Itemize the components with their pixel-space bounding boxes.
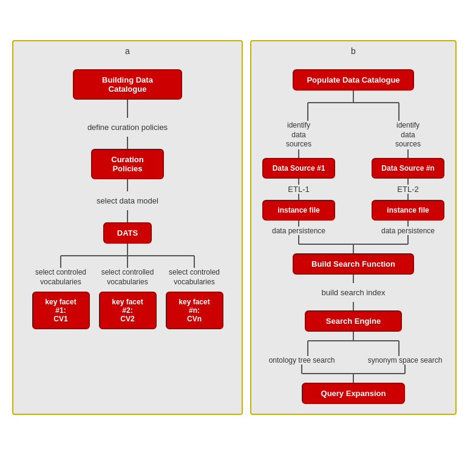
line-right-source bbox=[372, 149, 444, 158]
select-data-model-label: select data model bbox=[97, 196, 158, 205]
instance-file-1-box: instance file bbox=[262, 200, 335, 221]
ontology-label: ontology tree search bbox=[262, 356, 341, 364]
search-labels-row: ontology tree search synonym space searc… bbox=[262, 356, 444, 364]
line-1 bbox=[127, 100, 128, 118]
merge-query-svg bbox=[262, 364, 444, 383]
panel-a: a Building Data Catalogue define curatio… bbox=[12, 40, 243, 415]
key-facet-n-box: key facet #n:CVn bbox=[166, 292, 223, 329]
etl-labels-row: ETL-1 ETL-2 bbox=[262, 185, 444, 194]
etl-lines bbox=[262, 179, 444, 185]
define-curation-label: define curation policies bbox=[87, 123, 168, 132]
branch-1: select controledvocabularies key facet #… bbox=[27, 268, 94, 329]
branch-3: select controledvocabularies key facet #… bbox=[161, 268, 228, 329]
panel-a-label: a bbox=[125, 46, 130, 56]
data-source-n-box: Data Source #n bbox=[372, 158, 444, 179]
data-source-1-box: Data Source #1 bbox=[262, 158, 335, 179]
line-to-engine bbox=[353, 302, 354, 310]
branches-container: select controledvocabularies key facet #… bbox=[27, 268, 228, 329]
build-search-index-label: build search index bbox=[322, 288, 386, 297]
line-build-search bbox=[353, 275, 354, 283]
populate-data-catalogue-box: Populate Data Catalogue bbox=[293, 69, 414, 91]
data-source-row: Data Source #1 Data Source #n bbox=[262, 158, 444, 179]
line-right-etl bbox=[372, 179, 444, 185]
building-data-catalogue-box: Building Data Catalogue bbox=[73, 69, 182, 100]
identify-labels-row: identifydatasources identifydatasources bbox=[262, 121, 444, 149]
line-2 bbox=[127, 137, 128, 149]
key-facet-2-box: key facet #2:CV2 bbox=[99, 292, 157, 329]
branch-2-label: select controlledvocabularies bbox=[101, 268, 154, 287]
dp-1-label: data persistence bbox=[262, 227, 335, 235]
key-facet-1-box: key facet #1:CV1 bbox=[32, 292, 90, 329]
etl-to-instance-lines bbox=[262, 194, 444, 200]
dp-labels-row: data persistence data persistence bbox=[262, 227, 444, 235]
main-container: a Building Data Catalogue define curatio… bbox=[0, 28, 476, 427]
query-expansion-box: Query Expansion bbox=[302, 383, 405, 404]
panel-a-content: Building Data Catalogue define curation … bbox=[23, 51, 232, 329]
branch-3-label: select controledvocabularies bbox=[169, 268, 220, 287]
build-search-function-box: Build Search Function bbox=[293, 253, 414, 275]
line-4 bbox=[127, 210, 128, 222]
line-right-dp bbox=[372, 221, 444, 227]
line-left-source bbox=[262, 149, 335, 158]
etl-1-label: ETL-1 bbox=[262, 185, 335, 194]
top-branch-svg bbox=[262, 91, 444, 121]
dp-lines bbox=[262, 221, 444, 227]
merge-svg bbox=[262, 235, 444, 253]
line-left-etl bbox=[262, 179, 335, 185]
synonym-label: synonym space search bbox=[365, 356, 444, 364]
branch-connector bbox=[27, 244, 228, 268]
search-engine-box: Search Engine bbox=[305, 310, 402, 332]
instance-file-2-box: instance file bbox=[372, 200, 444, 221]
panel-b: b Populate Data Catalogue identifydataso… bbox=[250, 40, 457, 415]
line-left-inst bbox=[262, 194, 335, 200]
line-3 bbox=[127, 179, 128, 191]
line-left-dp bbox=[262, 221, 335, 227]
identify-left-label: identifydatasources bbox=[262, 121, 335, 149]
panel-b-label: b bbox=[351, 46, 356, 56]
etl-2-label: ETL-2 bbox=[372, 185, 444, 194]
branch-2: select controlledvocabularies key facet … bbox=[94, 268, 161, 329]
instance-row: instance file instance file bbox=[262, 200, 444, 221]
branch-1-label: select controledvocabularies bbox=[35, 268, 86, 287]
dats-box: DATS bbox=[103, 222, 152, 244]
identify-lines bbox=[262, 149, 444, 158]
curation-policies-box: Curation Policies bbox=[91, 149, 164, 179]
identify-right-label: identifydatasources bbox=[372, 121, 444, 149]
panel-b-content: Populate Data Catalogue identifydatasour… bbox=[261, 51, 446, 404]
line-right-inst bbox=[372, 194, 444, 200]
dp-2-label: data persistence bbox=[372, 227, 444, 235]
search-branch-svg bbox=[262, 332, 444, 356]
